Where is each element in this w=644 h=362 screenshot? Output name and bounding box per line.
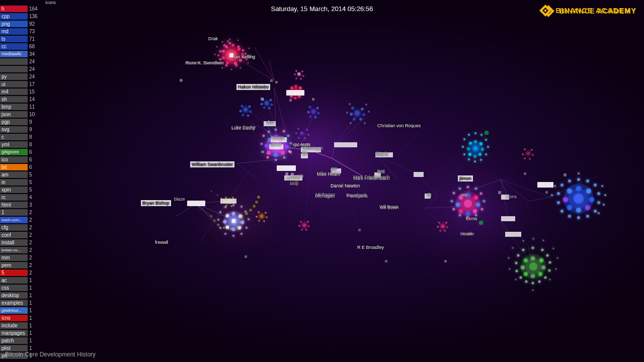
svg-point-76: [243, 56, 246, 59]
svg-point-296: [532, 282, 534, 285]
svg-point-351: [479, 221, 483, 225]
svg-point-134: [466, 193, 470, 197]
svg-point-144: [459, 188, 461, 190]
svg-point-286: [531, 274, 535, 278]
svg-point-311: [509, 268, 511, 270]
legend-item-svg: svg 9: [0, 126, 44, 133]
svg-point-257: [467, 147, 470, 150]
svg-point-366: [295, 132, 297, 134]
svg-point-376: [225, 197, 227, 199]
svg-point-381: [255, 201, 258, 204]
svg-point-278: [294, 73, 296, 75]
svg-point-387: [236, 226, 239, 229]
svg-point-407: [298, 96, 301, 98]
network-visualization: [45, 0, 644, 342]
svg-point-398: [263, 220, 265, 222]
svg-point-270: [474, 132, 476, 134]
svg-point-285: [538, 272, 542, 276]
svg-point-233: [350, 113, 353, 116]
svg-point-240: [349, 103, 351, 105]
svg-point-140: [459, 214, 461, 217]
legend-item-manpages: manpages 1: [0, 329, 44, 336]
svg-point-316: [543, 240, 544, 241]
svg-point-111: [287, 135, 290, 137]
svg-point-75: [242, 49, 245, 52]
svg-point-246: [524, 157, 526, 159]
svg-point-271: [480, 134, 482, 136]
svg-point-152: [585, 205, 590, 210]
svg-point-115: [275, 159, 277, 161]
legend-item-1: 1 2: [0, 209, 44, 216]
legend-item-cfg: cfg 2: [0, 224, 44, 231]
svg-point-189: [232, 212, 235, 216]
svg-point-236: [368, 111, 370, 113]
svg-point-279: [295, 70, 297, 72]
svg-rect-357: [444, 260, 447, 262]
svg-point-145: [467, 186, 469, 189]
svg-point-297: [525, 281, 528, 283]
svg-point-256: [468, 153, 471, 156]
svg-point-231: [359, 118, 362, 121]
svg-point-276: [300, 78, 302, 80]
svg-point-204: [244, 108, 248, 112]
svg-point-90: [240, 67, 242, 69]
svg-point-226: [309, 106, 311, 109]
svg-point-289: [524, 258, 528, 262]
svg-point-264: [474, 160, 476, 162]
svg-point-205: [249, 106, 251, 108]
svg-point-66: [241, 53, 244, 56]
svg-rect-347: [289, 151, 292, 153]
legend-item-json: json 10: [0, 111, 44, 118]
svg-point-165: [560, 210, 564, 213]
svg-point-301: [517, 254, 520, 257]
svg-point-136: [483, 200, 486, 203]
svg-rect-352: [498, 191, 501, 194]
svg-point-178: [551, 194, 553, 196]
svg-point-117: [262, 151, 264, 153]
svg-point-265: [468, 158, 470, 160]
svg-point-137: [481, 208, 484, 211]
svg-rect-354: [524, 172, 526, 175]
svg-point-128: [476, 203, 480, 207]
svg-rect-413: [286, 90, 304, 96]
legend-item-gitignore: gitignore 6: [0, 148, 44, 155]
svg-point-328: [442, 225, 444, 228]
svg-rect-341: [312, 98, 314, 101]
svg-point-259: [474, 140, 477, 143]
svg-rect-345: [285, 172, 288, 175]
svg-point-291: [546, 254, 549, 257]
legend-item-plist: plist 1: [0, 344, 44, 351]
legend-item-m4: m4 15: [0, 88, 44, 95]
svg-point-78: [225, 64, 228, 67]
svg-point-412: [295, 85, 297, 88]
svg-point-309: [532, 290, 534, 291]
svg-point-216: [263, 107, 266, 109]
svg-point-248: [524, 148, 526, 150]
svg-point-380: [257, 196, 260, 199]
svg-point-260: [485, 139, 487, 141]
legend-item-patch: patch 1: [0, 337, 44, 344]
legend-item-pem: pem 2: [0, 261, 44, 268]
svg-point-130: [466, 212, 470, 216]
svg-point-399: [258, 220, 260, 222]
legend-item-gitattributes: gitattribut... 1: [0, 307, 44, 314]
binance-icon: [539, 4, 552, 17]
svg-point-188: [226, 214, 229, 218]
svg-point-384: [245, 212, 248, 215]
svg-point-197: [217, 219, 219, 221]
svg-point-263: [480, 159, 482, 161]
svg-point-235: [365, 104, 367, 106]
svg-point-373: [230, 205, 232, 207]
legend-item-icns: icns 1: [0, 314, 44, 321]
svg-point-322: [305, 229, 307, 231]
svg-point-242: [527, 152, 530, 155]
svg-rect-431: [505, 232, 521, 237]
svg-point-395: [261, 215, 263, 217]
svg-point-149: [574, 194, 584, 204]
svg-point-156: [567, 189, 572, 194]
svg-point-225: [307, 111, 310, 114]
svg-rect-428: [425, 194, 431, 199]
svg-point-333: [437, 226, 439, 228]
svg-point-228: [355, 111, 360, 116]
svg-point-158: [594, 184, 597, 187]
